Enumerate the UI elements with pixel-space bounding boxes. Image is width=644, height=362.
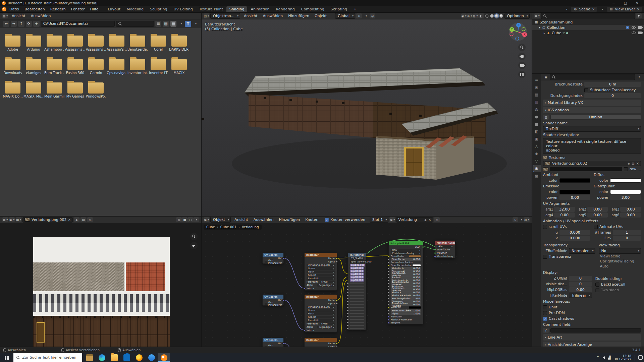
zbuffermode-dropdown[interactable]: Normalen	[569, 248, 595, 254]
socket[interactable]	[388, 307, 390, 309]
image-texture-node[interactable]: BildtexturFarbeAlphaVerladung.png.002Lin…	[304, 294, 337, 333]
overlays-dropdown-icon[interactable]: ◍	[473, 13, 478, 18]
from-instancer-checkbox[interactable]	[265, 261, 267, 263]
color-swatch-emission[interactable]	[409, 306, 421, 309]
two-sided-checkbox[interactable]	[595, 288, 599, 292]
socket[interactable]	[388, 270, 390, 273]
ts-arg-field[interactable]: arg30.000	[350, 270, 364, 273]
menu-fenster[interactable]: Fenster	[68, 6, 88, 12]
socket[interactable]	[347, 321, 349, 323]
snap-settings-icon[interactable]	[518, 217, 524, 222]
slot-dropdown[interactable]: Slot 1	[370, 217, 389, 223]
fb-menu-ansicht[interactable]: Ansicht	[9, 13, 28, 19]
scene-selector[interactable]: ◍ Scene	[571, 7, 597, 12]
view-layer-browse-icon[interactable]	[599, 7, 605, 12]
zoom-icon[interactable]	[190, 233, 198, 240]
node-value-anisotropische-rotation[interactable]: Anisotropische Rotation0.000	[391, 282, 421, 285]
image-canvas[interactable]	[0, 223, 201, 347]
folder-benutzerde[interactable]: Benutzerde...	[127, 34, 148, 57]
pin-icon[interactable]: ◎	[87, 217, 93, 222]
shading-material-icon[interactable]	[495, 14, 498, 18]
tab-uv-editing[interactable]: UV Editing	[170, 6, 196, 12]
fake-user-shield-icon[interactable]: ◈	[628, 162, 630, 165]
outliner-item-collection[interactable]: ▾▢Collection✓	[532, 25, 644, 30]
use-nodes-toggle[interactable]: ✓ Knoten verwenden	[325, 218, 365, 222]
emissive-power-field[interactable]: 0.00	[559, 195, 590, 200]
close-button[interactable]: ×	[632, 0, 642, 6]
ts-arg-field[interactable]: arg20.000	[350, 267, 364, 269]
view-layer-selector[interactable]: ▥ View Layer	[607, 7, 642, 12]
ne-menu-knoten[interactable]: Knoten	[303, 217, 321, 223]
socket[interactable]	[347, 291, 349, 293]
ts-shader-dropdown[interactable]: TS_TexDiff	[350, 257, 364, 260]
image-datablock[interactable]: Verladung.png.002	[307, 306, 335, 308]
shading-wireframe-icon[interactable]	[485, 14, 489, 18]
channel-alpha-icon[interactable]: □	[187, 217, 193, 222]
socket[interactable]	[347, 309, 349, 311]
filter-toggle-button[interactable]	[185, 21, 191, 27]
taskbar-app-castle-app[interactable]	[83, 353, 96, 362]
principled-bsdf-node[interactable]: PrincipledBSDFBSDFGGXChristensen-BurleyG…	[388, 241, 423, 324]
properties-tab-world[interactable]: ●	[533, 113, 541, 120]
shading-solid-icon[interactable]	[490, 14, 494, 18]
socket[interactable]	[282, 343, 284, 345]
breadcrumb-item-verladung[interactable]: Verladung	[242, 225, 259, 229]
socket[interactable]	[282, 299, 284, 301]
folder-assassin-s[interactable]: Assassin's ...	[106, 34, 127, 57]
menu-rendern[interactable]: Rendern	[48, 6, 68, 12]
socket[interactable]	[347, 318, 349, 320]
forward-button[interactable]: →	[11, 21, 17, 27]
socket[interactable]	[336, 299, 338, 301]
image-texture-node[interactable]: BildtexturFarbeAlphaVerladung.png.002Lin…	[304, 338, 337, 347]
socket[interactable]	[388, 258, 390, 260]
image-datablock[interactable]: Verladung.png.002	[22, 217, 73, 223]
node-dropdown-einzelbild[interactable]: Einzelbild	[307, 319, 335, 322]
breadcrumb-item-cube-001[interactable]: Cube.001	[220, 225, 236, 229]
open-image-icon[interactable]: ▤	[80, 217, 86, 222]
color-swatch-oberflächenfarbe[interactable]	[412, 264, 421, 266]
folder-ashampoo[interactable]: Ashampoo ...	[44, 34, 65, 57]
menu-hilfe[interactable]: Hilfe	[88, 6, 101, 12]
spec-power-field[interactable]: spec_power1.000	[350, 260, 372, 263]
view-facing-option-auto[interactable]: Auto	[599, 264, 641, 269]
gizmo-dropdown-icon[interactable]: ⊕	[467, 13, 473, 18]
properties-tab-material[interactable]: ◉	[533, 165, 541, 172]
scroll-u-field[interactable]: 0.000	[559, 230, 590, 235]
channel-color-alpha-icon[interactable]: ▧	[176, 217, 182, 222]
ne-menu-auswählen[interactable]: Auswählen	[251, 217, 276, 223]
minimize-button[interactable]: ─	[609, 0, 619, 6]
folder-inventor-int[interactable]: Inventor Int...	[127, 57, 148, 80]
vp-menu-auswählen[interactable]: Auswählen	[260, 13, 286, 19]
outliner-item-szenensammlung[interactable]: ▦Szenensammlung	[532, 19, 644, 25]
taskbar-app-firefox[interactable]	[133, 353, 145, 362]
image-texture-node[interactable]: BildtexturFarbeAlphaVerladung.png.002Lin…	[304, 252, 337, 291]
texture-datablock[interactable]: Verladung.png.002 ◈ ▤	[543, 161, 641, 166]
folder-windowspo[interactable]: WindowsPo...	[86, 80, 106, 104]
material-datablock[interactable]: Verladung ◈	[396, 217, 433, 223]
taskbar-app-microsoft-store[interactable]	[120, 353, 133, 362]
ambient-color-swatch[interactable]	[559, 178, 590, 183]
uv-arg-field[interactable]: 0.00	[620, 213, 641, 218]
node-value-alpha[interactable]: Alpha1.000	[391, 312, 421, 315]
socket[interactable]	[388, 286, 390, 288]
uv-arg-field[interactable]: 0.00	[620, 207, 641, 212]
scroll-uvs-checkbox[interactable]	[543, 225, 547, 229]
socket[interactable]	[388, 267, 390, 269]
display-settings-icon[interactable]	[178, 21, 183, 26]
snap-magnet-icon[interactable]: ∪	[513, 217, 518, 222]
folder-mein-garmin[interactable]: Mein Garmin	[44, 80, 65, 104]
unbind-button[interactable]: Unbind	[550, 115, 641, 120]
navigation-gizmo[interactable]: Z X Y	[508, 22, 528, 43]
node-value-brechungsindex[interactable]: Brechungsindex1.450	[391, 297, 421, 300]
shading-rendered-icon[interactable]	[499, 14, 503, 18]
filter-settings-icon[interactable]	[193, 21, 198, 26]
tab-compositing[interactable]: Compositing	[298, 6, 327, 12]
filtermode-dropdown[interactable]: Trilinear	[569, 293, 592, 298]
properties-tab-output[interactable]: ▤	[533, 91, 541, 98]
image-browse-icon[interactable]: ▦	[16, 217, 21, 222]
taskbar-app-blue-app[interactable]	[145, 353, 158, 362]
outliner-item-cube[interactable]: ▸▲Cube▽●	[532, 30, 644, 36]
folder-magix-do[interactable]: MAGIX Do...	[2, 80, 23, 104]
open-file-icon[interactable]: ▤	[632, 162, 635, 165]
display-horizontal-list-button[interactable]: ▤	[163, 21, 169, 27]
